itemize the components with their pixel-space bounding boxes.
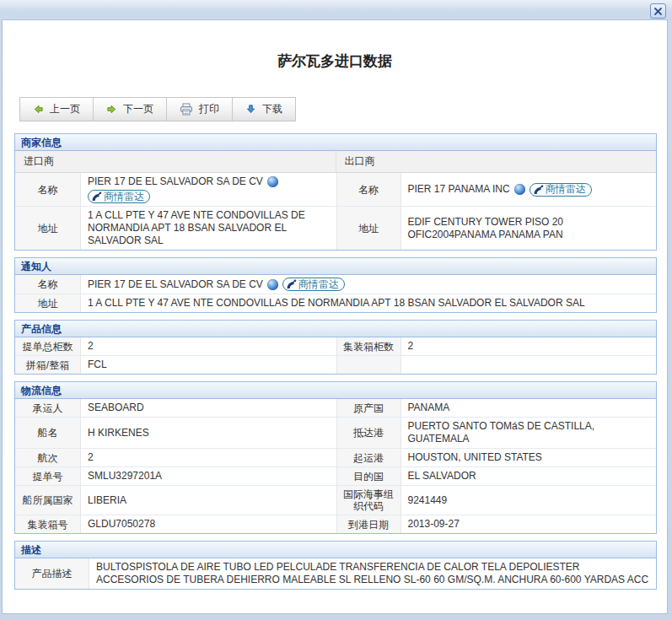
field-label — [336, 356, 401, 374]
field-value: PANAMA — [401, 399, 657, 417]
field-label: 起运港 — [336, 449, 401, 466]
field-label: 产品描述 — [15, 558, 89, 589]
close-button[interactable] — [650, 3, 666, 19]
importer-header: 进口商 — [15, 151, 336, 172]
radar-icon — [533, 185, 544, 195]
section-notify-party: 通知人 名称 PIER 17 DE EL SALVADOR SA DE CV — [14, 257, 657, 313]
section-product-info: 产品信息 提单总柜数 2 集装箱柜数 2 拼箱/整箱 FCL — [14, 320, 657, 375]
radar-badge[interactable]: 商情雷达 — [282, 278, 345, 291]
field-label: 拼箱/整箱 — [15, 356, 81, 374]
arrow-left-green-icon — [33, 104, 44, 115]
download-label: 下载 — [262, 102, 282, 116]
field-label: 集装箱号 — [15, 515, 81, 533]
field-label: 到港日期 — [336, 515, 401, 533]
field-label: 航次 — [15, 449, 81, 466]
next-page-label: 下一页 — [123, 102, 153, 116]
table-row: 拼箱/整箱 FCL — [15, 355, 656, 374]
table-row: 提单号 SMLU3297201A 目的国 EL SALVADOR — [15, 466, 656, 485]
section-title: 描述 — [15, 542, 656, 558]
field-value: SEABOARD — [81, 399, 336, 417]
field-value: H KIRKENES — [81, 418, 336, 448]
field-value: PUERTO SANTO TOMáS DE CASTILLA, GUATEMAL… — [401, 418, 657, 448]
globe-icon[interactable] — [514, 184, 525, 195]
radar-badge[interactable]: 商情雷达 — [530, 183, 592, 197]
globe-icon[interactable] — [267, 279, 278, 290]
field-label: 国际海事组织代码 — [336, 486, 401, 515]
field-label: 名称 — [336, 173, 401, 206]
field-value: 2 — [81, 449, 336, 466]
product-description: BULTOSPISTOLA DE AIRE TUBO LED PELCULADE… — [89, 558, 656, 589]
table-row: 承运人 SEABOARD 原产国 PANAMA — [15, 399, 656, 417]
importer-name-cell: PIER 17 DE EL SALVADOR SA DE CV 商情雷达 — [81, 173, 336, 206]
field-value: 9241449 — [401, 486, 657, 515]
print-label: 打印 — [199, 102, 219, 116]
field-value: SMLU3297201A — [81, 467, 336, 485]
exporter-header: 出口商 — [336, 151, 657, 172]
field-value: GLDU7050278 — [81, 515, 336, 533]
field-value: 2 — [401, 337, 657, 355]
field-value: EL SALVADOR — [401, 467, 657, 485]
field-label: 船名 — [15, 418, 81, 448]
importer-address: 1 A CLL PTE Y 47 AVE NTE CONDOVILLAS DE … — [81, 207, 336, 250]
field-label: 地址 — [15, 294, 81, 312]
notify-address: 1 A CLL PTE Y 47 AVE NTE CONDOVILLAS DE … — [81, 294, 656, 312]
download-button[interactable]: 下载 — [233, 98, 295, 121]
field-label: 名称 — [15, 275, 81, 294]
next-page-button[interactable]: 下一页 — [94, 98, 167, 121]
section-title: 商家信息 — [15, 134, 656, 151]
importer-name: PIER 17 DE EL SALVADOR SA DE CV — [88, 175, 263, 188]
table-row: 提单总柜数 2 集装箱柜数 2 — [15, 337, 656, 355]
table-row: 航次 2 起运港 HOUSTON, UNITED STATES — [15, 448, 656, 466]
field-label: 集装箱柜数 — [336, 337, 401, 355]
radar-icon — [286, 279, 297, 289]
radar-label: 商情雷达 — [104, 191, 144, 203]
field-label: 提单号 — [15, 467, 81, 485]
exporter-address: EDIF CENTURY TOWER PISO 20 OFIC2004PANAM… — [401, 207, 657, 250]
section-title: 物流信息 — [15, 382, 656, 399]
field-value: 2 — [81, 337, 336, 355]
field-label: 抵达港 — [336, 418, 401, 448]
exporter-name: PIER 17 PANAMA INC — [408, 183, 510, 196]
import-data-dialog: 萨尔瓦多进口数据 上一页 下一页 — [2, 19, 668, 614]
prev-page-label: 上一页 — [50, 102, 80, 116]
table-row: 名称 PIER 17 DE EL SALVADOR SA DE CV — [15, 173, 656, 206]
table-row: 地址 1 A CLL PTE Y 47 AVE NTE CONDOVILLAS … — [15, 294, 656, 312]
section-merchant-info: 商家信息 进口商 出口商 名称 PIER 17 DE EL SALVADOR S… — [14, 133, 657, 251]
printer-icon — [180, 103, 193, 116]
radar-label: 商情雷达 — [298, 278, 339, 291]
notify-name-cell: PIER 17 DE EL SALVADOR SA DE CV 商情雷达 — [81, 275, 656, 294]
field-value — [401, 356, 657, 374]
field-label: 名称 — [15, 173, 81, 206]
arrow-down-blue-icon — [245, 104, 256, 115]
radar-icon — [91, 191, 102, 202]
field-label: 目的国 — [336, 467, 401, 485]
section-title: 产品信息 — [15, 321, 656, 337]
field-label: 地址 — [15, 207, 81, 250]
globe-icon[interactable] — [267, 176, 278, 187]
field-value: HOUSTON, UNITED STATES — [401, 449, 657, 466]
arrow-right-green-icon — [106, 104, 117, 115]
exporter-name-cell: PIER 17 PANAMA INC 商情雷达 — [401, 173, 657, 206]
radar-label: 商情雷达 — [546, 183, 586, 196]
table-row: 集装箱号 GLDU7050278 到港日期 2013-09-27 — [15, 515, 656, 533]
field-label: 地址 — [336, 207, 401, 250]
close-icon — [653, 7, 663, 16]
section-title: 通知人 — [15, 258, 656, 275]
section-logistics-info: 物流信息 承运人 SEABOARD 原产国 PANAMA 船名 H KIRKEN… — [14, 381, 657, 534]
field-value: 2013-09-27 — [401, 515, 657, 533]
print-button[interactable]: 打印 — [167, 98, 233, 121]
page-title: 萨尔瓦多进口数据 — [3, 51, 667, 71]
table-row: 地址 1 A CLL PTE Y 47 AVE NTE CONDOVILLAS … — [15, 206, 656, 250]
table-row: 船名 H KIRKENES 抵达港 PUERTO SANTO TOMáS DE … — [15, 417, 656, 448]
table-row: 船所属国家 LIBERIA 国际海事组织代码 9241449 — [15, 485, 656, 515]
prev-page-button[interactable]: 上一页 — [20, 98, 94, 121]
field-label: 原产国 — [336, 399, 401, 417]
field-label: 船所属国家 — [15, 486, 81, 515]
field-label: 承运人 — [15, 399, 81, 417]
field-value: LIBERIA — [81, 486, 336, 515]
notify-name: PIER 17 DE EL SALVADOR SA DE CV — [88, 278, 263, 291]
field-value: FCL — [81, 356, 336, 374]
radar-badge[interactable]: 商情雷达 — [88, 190, 150, 203]
table-row: 名称 PIER 17 DE EL SALVADOR SA DE CV — [15, 275, 656, 294]
toolbar: 上一页 下一页 打印 — [19, 97, 296, 121]
